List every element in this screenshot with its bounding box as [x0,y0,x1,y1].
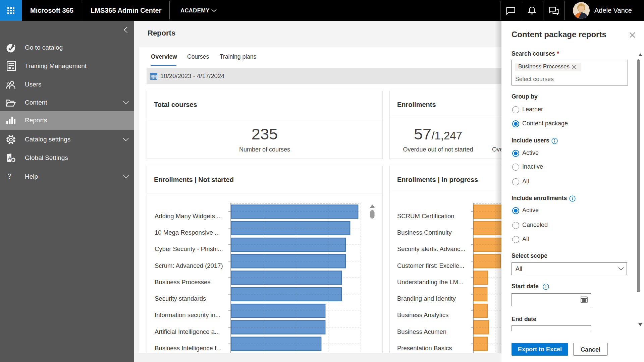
svg-text:A: A [8,156,11,161]
